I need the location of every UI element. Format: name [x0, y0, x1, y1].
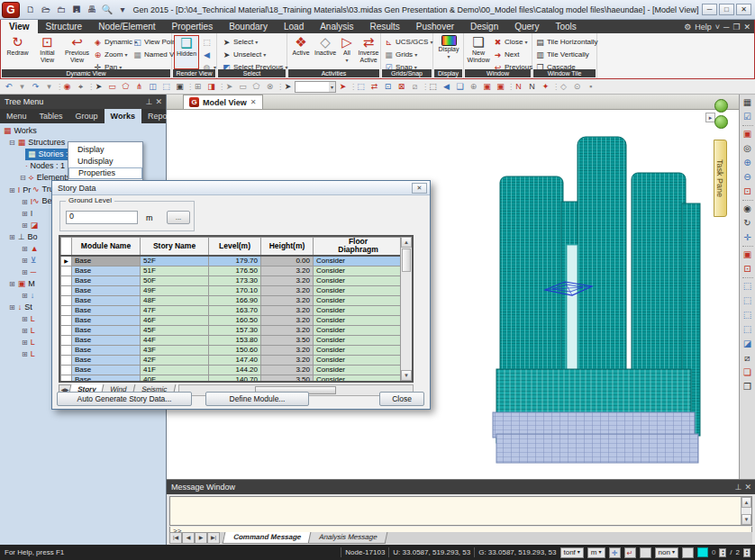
story-row[interactable]: Base 46F 160.50 3.20 Consider: [61, 315, 404, 325]
select-recent-icon[interactable]: ⊞: [191, 80, 205, 94]
tab-properties[interactable]: Properties: [164, 20, 222, 33]
pin-icon[interactable]: ⊥: [146, 95, 153, 109]
select-polygon-icon[interactable]: ⬠: [119, 80, 132, 94]
tab-first-icon[interactable]: |◀: [169, 532, 182, 544]
select-toggle-icon[interactable]: ◨: [205, 80, 218, 94]
tree-tab-menu[interactable]: Menu: [0, 109, 33, 123]
tab-prev-icon[interactable]: ◀: [182, 532, 195, 544]
undo-more-icon[interactable]: ▾: [15, 80, 29, 94]
view-rotate-pair-icon[interactable]: ⇄: [368, 80, 381, 94]
redo-icon[interactable]: ↷: [29, 80, 42, 94]
select-plane-icon[interactable]: ◫: [146, 80, 159, 94]
close-icon[interactable]: ✕: [744, 480, 751, 494]
qat-more-icon[interactable]: ▾: [115, 3, 130, 17]
tile-vertically-button[interactable]: ▥Tile Vertically: [535, 49, 589, 60]
dialog-title-bar[interactable]: Story Data ✕: [52, 181, 430, 195]
ribbon-close-icon[interactable]: ✕: [743, 23, 750, 32]
story-row[interactable]: Base 43F 150.60 3.20 Consider: [61, 345, 404, 355]
view-top-icon[interactable]: ⬚: [741, 294, 755, 308]
story-row[interactable]: Base 42F 147.40 3.20 Consider: [61, 355, 404, 365]
color-swatch[interactable]: [697, 547, 708, 557]
shrink-icon[interactable]: ◇: [557, 80, 570, 94]
copy-view-icon[interactable]: ❐: [741, 380, 755, 394]
unselect-dropdown[interactable]: ➤Unselect▾: [222, 49, 266, 60]
help-button[interactable]: Help: [695, 23, 712, 32]
tree-item-partial[interactable]: ⊞▲: [22, 243, 41, 255]
tree-item-partial[interactable]: ⊞L: [22, 325, 38, 337]
ucs-gcs-dropdown[interactable]: ⊾UCS/GCS▾: [384, 36, 432, 48]
render-box-button[interactable]: ⬚: [202, 36, 212, 48]
redo-more-icon[interactable]: ▾: [42, 80, 56, 94]
select-single-icon[interactable]: ➤: [92, 80, 105, 94]
tree-item-partial[interactable]: ⊞I: [22, 208, 35, 220]
tab-pushover[interactable]: Pushover: [408, 20, 462, 33]
tab-view[interactable]: View: [1, 20, 38, 33]
new-window-button[interactable]: ❏New Window: [466, 35, 491, 69]
lock-icon[interactable]: ⊙: [570, 80, 584, 94]
play-icon[interactable]: ▶: [640, 547, 651, 558]
task-pane-sphere-icon-1[interactable]: [714, 99, 728, 113]
render-options-icon[interactable]: ▣: [494, 80, 507, 94]
message-scrollbar[interactable]: ▲ ▼: [741, 497, 751, 525]
tree-item-partial[interactable]: ⊞↓St: [9, 302, 32, 313]
pointer-icon[interactable]: ➤: [281, 80, 295, 94]
menu-item-display[interactable]: Display: [68, 144, 142, 156]
render-speaker-button[interactable]: ◀: [202, 49, 212, 60]
tree-item-partial[interactable]: ⊞L: [22, 348, 38, 360]
scroll-thumb[interactable]: [402, 248, 411, 272]
unselect-all-icon[interactable]: ⊗: [263, 80, 277, 94]
find-icon[interactable]: ◉: [741, 202, 755, 216]
help-caret-icon[interactable]: ˅: [715, 23, 720, 32]
scroll-down-icon[interactable]: ▼: [401, 370, 412, 381]
select-dropdown[interactable]: ➤Select▾: [222, 36, 258, 48]
view-iso-icon[interactable]: ⬚: [354, 80, 368, 94]
tree-item-nodes[interactable]: ∙Nodes : 1: [25, 160, 65, 172]
print-preview-icon[interactable]: 🔍: [100, 3, 114, 17]
undo-icon[interactable]: ↶: [2, 80, 15, 94]
strip-icon[interactable]: [742, 125, 753, 126]
ground-level-input[interactable]: 0: [66, 211, 138, 224]
close-icon[interactable]: ✕: [155, 95, 162, 109]
scroll-up-icon[interactable]: ▲: [401, 237, 412, 248]
help-query-icon[interactable]: ?: [682, 547, 694, 558]
scroll-up-icon[interactable]: ▲: [741, 497, 751, 508]
zoom-dropdown[interactable]: ⊕Zoom▾: [93, 49, 127, 60]
all-button[interactable]: ▷All▾: [338, 35, 356, 69]
story-row[interactable]: Base 45F 157.30 3.20 Consider: [61, 325, 404, 335]
full-screen-icon[interactable]: ⊡: [741, 262, 755, 276]
rotate-icon[interactable]: ↻: [741, 216, 755, 230]
new-file-icon[interactable]: 🗋: [23, 3, 38, 17]
select-intersect-icon[interactable]: ⋔: [132, 80, 146, 94]
table-scrollbar[interactable]: ▲ ▼: [400, 237, 412, 381]
tab-last-icon[interactable]: ▶|: [207, 532, 220, 544]
task-pane-tab[interactable]: Task Pane: [714, 140, 727, 217]
force-unit-dropdown[interactable]: tonf▾: [560, 547, 584, 558]
view-top-icon[interactable]: ⊡: [381, 80, 395, 94]
view-front-icon[interactable]: ⊠: [395, 80, 408, 94]
hidden-button[interactable]: ❑ Hidden: [174, 35, 199, 69]
ribbon-minimize-icon[interactable]: ─: [723, 23, 729, 32]
tab-next-icon[interactable]: ▶: [195, 532, 207, 544]
initial-view-button[interactable]: ⊡ Initial View: [32, 35, 62, 69]
small-box-icon[interactable]: ▪: [584, 80, 597, 94]
define-module-button[interactable]: Define Module...: [205, 392, 309, 406]
tree-tab-group[interactable]: Group: [69, 109, 105, 123]
story-row[interactable]: Base 48F 166.90 3.20 Consider: [61, 295, 404, 305]
tab-structure[interactable]: Structure: [38, 20, 91, 33]
next-window-button[interactable]: ➜Next: [493, 49, 519, 60]
browse-button[interactable]: ...: [167, 211, 190, 224]
zoom-in-icon[interactable]: ⊕: [741, 156, 755, 170]
hidden-toggle-icon[interactable]: ◀: [440, 80, 453, 94]
display-button[interactable]: Display ▾: [436, 35, 461, 69]
spinner-1[interactable]: ▲▼: [719, 548, 726, 557]
model-view-tab[interactable]: G Model View ✕: [183, 95, 263, 109]
tree-tab-tables[interactable]: Tables: [33, 109, 69, 123]
zoom-window-icon[interactable]: ▣: [741, 127, 755, 141]
close-window-dropdown[interactable]: ✖Close▾: [493, 36, 527, 48]
unselect-single-icon[interactable]: ➤: [223, 80, 236, 94]
task-pane-sphere-icon-2[interactable]: [714, 115, 728, 129]
open-file-icon[interactable]: 🗁: [39, 3, 53, 17]
render-capture-icon[interactable]: ▣: [741, 248, 755, 262]
grids-dropdown[interactable]: ▦Grids▾: [384, 49, 417, 60]
named-plane-combo-icon[interactable]: ▾: [295, 81, 336, 93]
